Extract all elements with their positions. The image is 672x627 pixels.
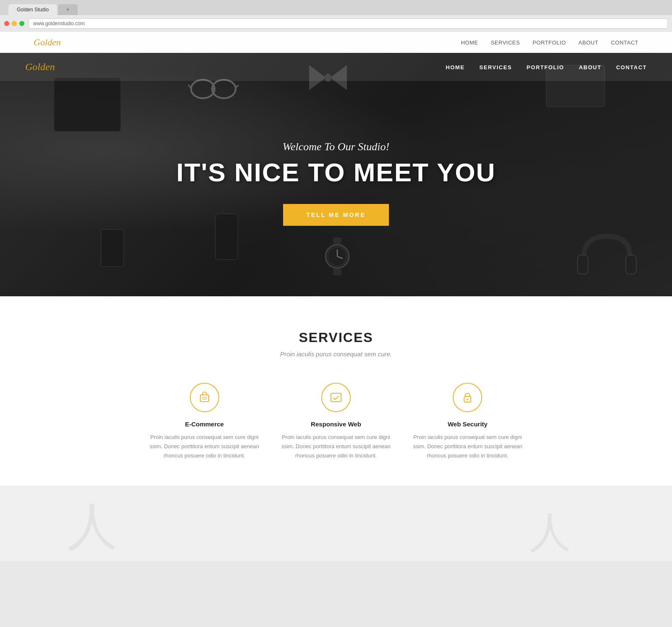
bottom-decor-right: 人 [529, 504, 571, 561]
security-title: Web Security [410, 421, 525, 428]
services-subtitle: Proin iaculis purus consequat sem cure. [34, 350, 638, 358]
hero-decor-wallet [54, 77, 121, 132]
page-wrapper: Golden HOME SERVICES PORTFOLIO ABOUT CON… [0, 32, 672, 561]
top-nav-portfolio-link[interactable]: PORTFOLIO [533, 39, 566, 46]
top-nav-services[interactable]: SERVICES [491, 39, 520, 46]
svg-rect-19 [331, 393, 341, 402]
svg-point-0 [191, 80, 215, 98]
hero-nav-contact[interactable]: CONTACT [616, 63, 647, 71]
security-icon [453, 383, 482, 412]
browser-tab-inactive[interactable]: + [58, 4, 78, 15]
hero-nav-services-link[interactable]: SERVICES [479, 64, 512, 71]
responsive-icon [321, 383, 351, 412]
services-grid: E-Commerce Proin iaculis purus consequat… [147, 383, 525, 460]
svg-point-1 [212, 80, 236, 98]
top-nav-contact[interactable]: CONTACT [611, 39, 638, 46]
hero-section: Golden HOME SERVICES PORTFOLIO ABOUT CON… [0, 53, 672, 296]
responsive-title: Responsive Web [278, 421, 393, 428]
browser-tabs: Golden Studio + [8, 4, 664, 15]
top-nav-home-link[interactable]: HOME [461, 39, 478, 46]
svg-rect-14 [578, 255, 588, 274]
minimize-button[interactable] [12, 21, 17, 26]
hero-nav-services[interactable]: SERVICES [479, 63, 512, 71]
hero-nav-list: HOME SERVICES PORTFOLIO ABOUT CONTACT [446, 63, 647, 71]
hero-cta-button[interactable]: TELL ME MORE [283, 204, 389, 226]
browser-chrome: Golden Studio + [0, 0, 672, 15]
svg-point-21 [467, 399, 468, 400]
hero-nav-contact-link[interactable]: CONTACT [616, 64, 647, 71]
hero-title: IT'S NICE TO MEET YOU [176, 157, 496, 187]
svg-rect-13 [333, 269, 341, 275]
ecommerce-desc: Proin iaculis purus consequat sem cure d… [147, 433, 262, 460]
hero-decor-watch [323, 238, 352, 277]
responsive-desc: Proin iaculis purus consequat sem cure d… [278, 433, 393, 460]
services-title: SERVICES [34, 330, 638, 345]
url-bar[interactable]: www.goldenstudio.com [29, 18, 668, 29]
service-card-security: Web Security Proin iaculis purus consequ… [410, 383, 525, 460]
services-section: SERVICES Proin iaculis purus consequat s… [0, 296, 672, 486]
top-nav-portfolio[interactable]: PORTFOLIO [533, 39, 566, 46]
browser-bar: www.goldenstudio.com [0, 15, 672, 32]
hero-logo: Golden [25, 61, 55, 73]
top-nav-services-link[interactable]: SERVICES [491, 39, 520, 46]
hero-nav-portfolio-link[interactable]: PORTFOLIO [527, 64, 564, 71]
top-nav-about[interactable]: ABOUT [578, 39, 598, 46]
security-desc: Proin iaculis purus consequat sem cure d… [410, 433, 525, 460]
svg-rect-16 [200, 395, 209, 402]
svg-rect-8 [333, 238, 341, 244]
hero-content: Welcome To Our Studio! IT'S NICE TO MEET… [176, 124, 496, 226]
top-nav-contact-link[interactable]: CONTACT [611, 39, 638, 46]
service-card-responsive: Responsive Web Proin iaculis purus conse… [278, 383, 393, 460]
hero-nav-about[interactable]: ABOUT [579, 63, 601, 71]
browser-tab-active[interactable]: Golden Studio [8, 4, 57, 15]
hero-decor-headphones [575, 228, 638, 284]
ecommerce-title: E-Commerce [147, 421, 262, 428]
service-card-ecommerce: E-Commerce Proin iaculis purus consequat… [147, 383, 262, 460]
browser-controls [4, 21, 24, 26]
close-button[interactable] [4, 21, 9, 26]
bottom-decor-left: 人 [67, 493, 118, 561]
top-navbar: Golden HOME SERVICES PORTFOLIO ABOUT CON… [0, 32, 672, 53]
hero-nav-home[interactable]: HOME [446, 63, 465, 71]
hero-subtitle: Welcome To Our Studio! [176, 141, 496, 153]
top-nav-about-link[interactable]: ABOUT [578, 39, 598, 46]
hero-nav-home-link[interactable]: HOME [446, 64, 465, 71]
hero-navbar: Golden HOME SERVICES PORTFOLIO ABOUT CON… [0, 53, 672, 81]
maximize-button[interactable] [19, 21, 24, 26]
top-nav-home[interactable]: HOME [461, 39, 478, 46]
top-nav-list: HOME SERVICES PORTFOLIO ABOUT CONTACT [461, 39, 638, 46]
top-logo: Golden [34, 37, 61, 48]
ecommerce-icon [190, 383, 219, 412]
hero-nav-portfolio[interactable]: PORTFOLIO [527, 63, 564, 71]
hero-decor-card [101, 229, 124, 267]
svg-rect-15 [626, 255, 636, 274]
bottom-section: 人 人 [0, 486, 672, 561]
hero-nav-about-link[interactable]: ABOUT [579, 64, 601, 71]
top-navigation: HOME SERVICES PORTFOLIO ABOUT CONTACT [461, 39, 638, 46]
